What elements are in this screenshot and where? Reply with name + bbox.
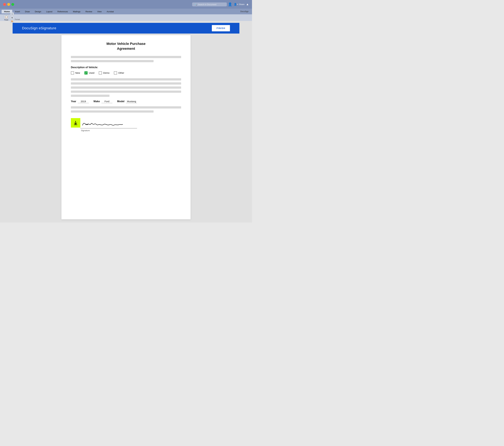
docusign-banner: DocuSign eSignature FINISH [13,23,239,34]
tab-acrobat[interactable]: Acrobat [104,10,116,13]
placeholder-line-9 [71,110,154,113]
tab-view[interactable]: View [95,10,104,13]
window-controls[interactable] [3,3,14,6]
search-icon: 🔍 [194,3,197,5]
year-value: 2019 [78,100,89,103]
make-label: Make [93,100,100,103]
document-page: Motor Vehicle Purchase Agreement Descrip… [61,35,191,219]
checkbox-row: New ✓ Used Demo Other [71,71,181,74]
ribbon-toolbar: 📋 Paste ✂ ⧉ 🎨 Format [0,14,252,21]
vehicle-fields: Year 2019 Make Ford Model Mustang [71,100,181,103]
model-value: Mustang [126,100,137,103]
placeholder-line-5 [71,87,181,89]
placeholder-line-1 [71,56,181,58]
docusign-logo: DocuSign eSignature [22,26,56,30]
paste-button[interactable]: 📋 Paste [3,14,9,21]
expand-icon[interactable]: ▲ [246,3,249,6]
title-line1: Motor Vehicle Purchase [71,41,181,46]
placeholder-line-8 [71,106,181,108]
paste-label: Paste [4,19,8,21]
checkbox-new-label: New [75,71,80,74]
checkbox-other-box[interactable] [114,71,117,74]
docusign-tab-label: DocuSign [238,10,251,13]
checkbox-demo[interactable]: Demo [99,71,109,74]
placeholder-line-6 [71,90,181,93]
placeholder-line-4 [71,82,181,85]
make-value: Ford [101,100,112,103]
title-line2: Agreement [71,46,181,51]
search-placeholder: Search in Document [198,3,216,5]
clipboard-group: 📋 Paste ✂ ⧉ 🎨 Format [1,15,21,20]
checkbox-new-box[interactable] [71,71,74,74]
format-label: Format [15,18,20,20]
checkbox-demo-box[interactable] [99,71,102,74]
year-label: Year [71,100,76,103]
banner-container: DocuSign eSignature FINISH [0,21,252,34]
signature-section: Signature [71,117,181,132]
checkbox-used-box[interactable]: ✓ [84,71,88,74]
checkmark-icon: ✓ [85,72,87,74]
signature-drawing [80,117,137,128]
ribbon: Home Insert Draw Design Layout Reference… [0,9,252,21]
model-field-group: Model Mustang [117,100,137,103]
document-title: Motor Vehicle Purchase Agreement [71,41,181,51]
user-icon: 👤 [228,2,232,6]
search-bar[interactable]: 🔍 Search in Document [192,2,227,6]
make-field-group: Make Ford [93,100,112,103]
checkbox-demo-label: Demo [103,71,109,74]
tab-draw[interactable]: Draw [22,10,32,13]
tab-review[interactable]: Review [83,10,95,13]
share-icon: 👤+ [234,3,238,6]
ribbon-tab-row: Home Insert Draw Design Layout Reference… [0,9,252,14]
tab-references[interactable]: References [55,10,71,13]
close-button[interactable] [3,3,6,6]
share-label: Share [239,3,244,5]
placeholder-line-3 [71,78,181,80]
signature-label: Signature [81,129,181,132]
checkbox-other-label: Other [118,71,124,74]
checkbox-new[interactable]: New [71,71,80,74]
placeholder-line-2 [71,60,154,62]
section-description-label: Description of Vehicle: [71,66,181,69]
year-field-group: Year 2019 [71,100,89,103]
share-button[interactable]: 👤+ Share [234,3,244,6]
minimize-button[interactable] [7,3,10,6]
paste-icon: 📋 [4,15,8,19]
signature-icon-box[interactable] [71,118,80,127]
finish-button[interactable]: FINISH [212,25,230,31]
model-label: Model [117,100,125,103]
checkbox-used-label: Used [89,71,94,74]
download-icon [73,120,78,125]
format-icon[interactable]: 🎨 [10,20,14,23]
tab-layout[interactable]: Layout [44,10,55,13]
checkbox-other[interactable]: Other [114,71,124,74]
title-bar: 🔍 Search in Document 👤 👤+ Share ▲ [0,0,252,9]
signature-area [71,117,181,128]
maximize-button[interactable] [11,3,14,6]
content-area: Motor Vehicle Purchase Agreement Descrip… [0,34,252,223]
tab-mailings[interactable]: Mailings [71,10,83,13]
copy-icon[interactable]: ⧉ [10,16,14,19]
placeholder-line-7 [71,95,109,97]
signature-svg [81,118,125,127]
tab-design[interactable]: Design [32,10,44,13]
scissors-icon[interactable]: ✂ [10,12,14,16]
user-area: 👤 👤+ Share ▲ [228,2,249,6]
checkbox-used[interactable]: ✓ Used [84,71,94,74]
